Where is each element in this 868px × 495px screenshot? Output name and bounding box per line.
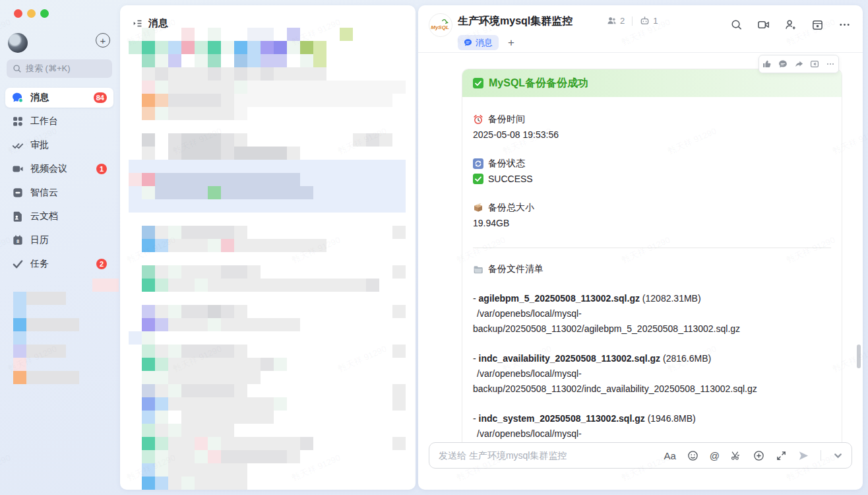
mosaic-cell	[168, 199, 181, 213]
sidebar-item-视频会议[interactable]: 视频会议1	[5, 159, 113, 179]
mosaic-cell	[392, 173, 406, 186]
mosaic-cell	[340, 173, 353, 186]
schedule-icon[interactable]	[811, 18, 824, 31]
mosaic-cell	[313, 199, 326, 213]
quote-reply-button[interactable]	[807, 56, 822, 72]
mosaic-cell	[247, 41, 261, 54]
mosaic-cell	[155, 81, 168, 94]
mosaic-cell	[234, 477, 247, 490]
field-value: SUCCESS	[488, 174, 533, 184]
mosaic-cell	[247, 371, 261, 384]
mosaic-cell	[274, 199, 287, 213]
sidebar-item-日历[interactable]: 8日历	[5, 230, 113, 250]
sidebar-item-审批[interactable]: 审批	[5, 135, 113, 155]
check-badge-icon	[473, 78, 483, 88]
mosaic-cell	[208, 107, 221, 120]
more-icon[interactable]	[838, 18, 851, 31]
mosaic-cell	[261, 94, 274, 107]
mosaic-cell	[274, 41, 287, 54]
file-name-line: - indc_availability_20250508_113002.sql.…	[473, 351, 831, 366]
mosaic-cell	[234, 67, 247, 81]
screenshot-scissors-button[interactable]	[731, 450, 742, 461]
mosaic-cell	[155, 477, 168, 490]
mosaic-cell	[353, 94, 366, 107]
mosaic-cell	[247, 279, 261, 292]
mosaic-cell	[168, 160, 181, 173]
sidebar-item-工作台[interactable]: 工作台	[5, 112, 113, 131]
mosaic-cell	[129, 160, 142, 173]
comment-button[interactable]	[775, 56, 791, 72]
mosaic-cell	[274, 94, 287, 107]
mosaic-cell	[392, 265, 406, 279]
add-member-icon[interactable]	[784, 18, 797, 31]
sidebar-item-智信云[interactable]: 智信云	[5, 183, 113, 203]
mosaic-cell	[274, 437, 287, 450]
search-chat-icon[interactable]	[730, 18, 743, 31]
mosaic-cell	[195, 463, 208, 477]
sidebar-item-任务[interactable]: 任务2	[5, 254, 113, 274]
mosaic-cell	[168, 186, 181, 199]
mention-button[interactable]: @	[710, 450, 720, 461]
mosaic-cell	[366, 160, 379, 173]
format-button[interactable]: Aa	[664, 450, 675, 461]
expand-button[interactable]	[776, 450, 787, 461]
mosaic-cell	[300, 54, 313, 67]
mosaic-cell	[366, 279, 379, 292]
mosaic-cell	[221, 226, 234, 239]
member-count[interactable]: 2	[620, 16, 625, 26]
mosaic-cell	[155, 279, 168, 292]
chat-header: MySQL 生产环境mysql集群监控 2 1 消	[418, 5, 863, 53]
tab-messages-label: 消息	[476, 37, 493, 49]
unread-badge: 1	[96, 164, 107, 174]
mosaic-cell	[142, 173, 155, 186]
mosaic-cell	[221, 424, 234, 437]
zoom-window-button[interactable]	[40, 9, 49, 18]
search-input[interactable]: 搜索 (⌘+K)	[7, 59, 112, 78]
mosaic-cell	[221, 345, 234, 358]
mosaic-cell	[234, 384, 247, 397]
mosaic-cell	[261, 81, 274, 94]
composer-input[interactable]	[437, 449, 664, 461]
video-call-icon[interactable]	[757, 18, 770, 31]
mosaic-cell	[40, 345, 53, 358]
emoji-button[interactable]	[687, 450, 698, 461]
send-button[interactable]	[798, 450, 809, 461]
sidebar-item-消息[interactable]: 消息84	[5, 88, 113, 108]
add-button[interactable]: +	[96, 33, 110, 48]
send-options-caret[interactable]	[832, 450, 844, 461]
add-tab-button[interactable]: +	[508, 36, 514, 50]
unread-badge: 2	[96, 259, 107, 269]
mosaic-cell	[40, 318, 53, 331]
mosaic-cell	[155, 411, 168, 424]
field-label: 备份时间	[488, 114, 525, 125]
card-field-备份时间: 备份时间2025-05-08 19:53:56	[473, 112, 831, 142]
backup-file-entry: - indc_availability_20250508_113002.sql.…	[473, 351, 831, 397]
mosaic-cell	[142, 226, 155, 239]
more-plus-button[interactable]	[753, 450, 764, 461]
tab-messages[interactable]: 消息	[458, 35, 499, 50]
mosaic-cell	[195, 173, 208, 186]
mosaic-cell	[208, 186, 221, 199]
mosaic-cell	[208, 450, 221, 463]
like-button[interactable]	[759, 56, 775, 72]
minimize-window-button[interactable]	[27, 9, 36, 18]
mosaic-cell	[353, 186, 366, 199]
mosaic-cell	[221, 371, 234, 384]
mosaic-cell	[129, 173, 142, 186]
sidebar-item-云文档[interactable]: 云文档	[5, 207, 113, 226]
forward-button[interactable]	[791, 56, 807, 72]
mosaic-cell	[300, 199, 313, 213]
user-avatar[interactable]	[8, 33, 28, 53]
calendar-icon: 8	[12, 234, 24, 246]
scrollbar-thumb[interactable]	[857, 345, 861, 368]
bot-count[interactable]: 1	[653, 16, 658, 26]
message-more-button[interactable]	[822, 56, 838, 72]
chat-avatar-mysql-logo[interactable]: MySQL	[429, 13, 452, 37]
close-window-button[interactable]	[14, 9, 22, 18]
mosaic-cell	[353, 160, 366, 173]
members-icon	[607, 16, 617, 26]
mosaic-cell	[313, 160, 326, 173]
mosaic-cell	[142, 384, 155, 397]
mosaic-cell	[168, 345, 181, 358]
mosaic-cell	[155, 437, 168, 450]
